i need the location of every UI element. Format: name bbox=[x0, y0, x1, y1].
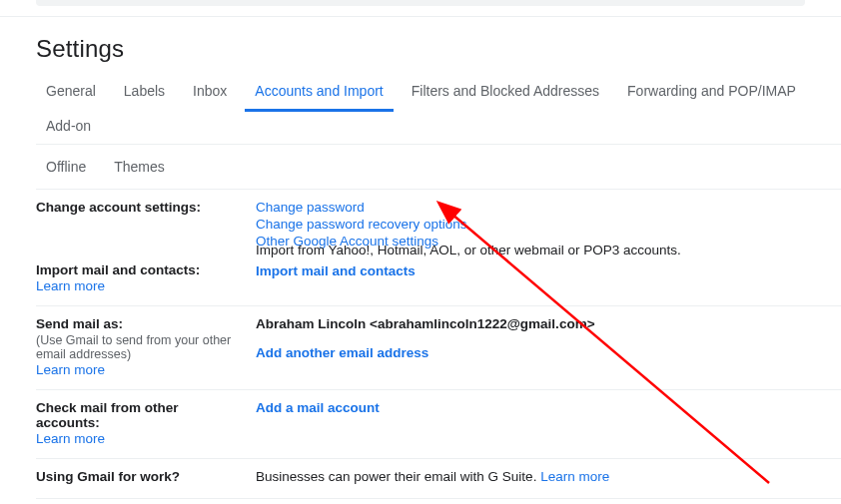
label-send-mail-as: Send mail as: bbox=[36, 316, 246, 331]
tab-filters-blocked[interactable]: Filters and Blocked Addresses bbox=[402, 77, 609, 112]
text-import-desc: Import from Yahoo!, Hotmail, AOL, or oth… bbox=[256, 243, 841, 257]
link-learn-more-import[interactable]: Learn more bbox=[36, 278, 105, 293]
tab-labels[interactable]: Labels bbox=[114, 77, 175, 112]
link-add-mail-account[interactable]: Add a mail account bbox=[256, 400, 380, 415]
link-learn-more-check-mail[interactable]: Learn more bbox=[36, 431, 105, 446]
section-send-mail-as: Send mail as: (Use Gmail to send from yo… bbox=[36, 306, 841, 390]
tab-offline[interactable]: Offline bbox=[36, 153, 96, 185]
link-import-mail-contacts[interactable]: Import mail and contacts bbox=[256, 263, 416, 278]
tab-forwarding-pop-imap[interactable]: Forwarding and POP/IMAP bbox=[617, 77, 806, 112]
label-change-account-settings: Change account settings: bbox=[36, 200, 246, 215]
link-learn-more-send-as[interactable]: Learn more bbox=[36, 362, 105, 377]
tab-accounts-and-import[interactable]: Accounts and Import bbox=[245, 77, 393, 112]
label-gmail-for-work: Using Gmail for work? bbox=[36, 469, 246, 484]
link-add-another-email[interactable]: Add another email address bbox=[256, 345, 428, 360]
page-title: Settings bbox=[36, 35, 841, 63]
link-change-password-recovery[interactable]: Change password recovery options bbox=[256, 217, 467, 232]
label-import-mail-contacts: Import mail and contacts: bbox=[36, 262, 246, 277]
divider bbox=[0, 16, 841, 17]
tab-general[interactable]: General bbox=[36, 77, 106, 112]
section-import-mail-contacts: Import mail and contacts: Learn more Imp… bbox=[36, 252, 841, 306]
settings-tabs-row1: General Labels Inbox Accounts and Import… bbox=[36, 77, 841, 145]
tab-themes[interactable]: Themes bbox=[104, 153, 175, 185]
text-gsuite-desc: Businesses can power their email with G … bbox=[256, 469, 540, 484]
link-learn-more-gsuite[interactable]: Learn more bbox=[540, 469, 609, 484]
link-change-password[interactable]: Change password bbox=[256, 200, 365, 215]
settings-tabs-row2: Offline Themes bbox=[36, 153, 841, 190]
section-check-mail: Check mail from other accounts: Learn mo… bbox=[36, 390, 841, 459]
section-gmail-for-work: Using Gmail for work? Businesses can pow… bbox=[36, 459, 841, 499]
section-partial-next bbox=[36, 499, 841, 504]
tab-inbox[interactable]: Inbox bbox=[183, 77, 237, 112]
tab-addons[interactable]: Add-on bbox=[36, 112, 101, 144]
label-check-mail: Check mail from other accounts: bbox=[36, 400, 246, 430]
top-search-placeholder-bar bbox=[36, 0, 805, 6]
label-send-mail-as-sub: (Use Gmail to send from your other email… bbox=[36, 333, 246, 361]
text-send-as-identity: Abraham Lincoln <abrahamlincoln1222@gmai… bbox=[256, 316, 841, 331]
